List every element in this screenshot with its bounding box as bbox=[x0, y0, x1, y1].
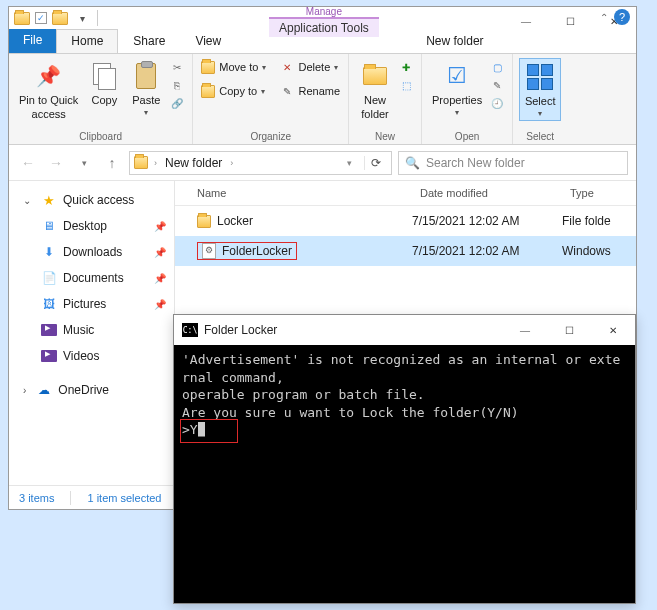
rename-button[interactable]: ✎ Rename bbox=[278, 82, 342, 100]
share-tab[interactable]: Share bbox=[118, 29, 180, 53]
file-type: Windows bbox=[562, 244, 636, 258]
sidebar-onedrive[interactable]: ☁ OneDrive bbox=[9, 377, 174, 403]
column-headers: Name Date modified Type bbox=[175, 181, 636, 206]
cut-icon[interactable]: ✂ bbox=[170, 60, 184, 74]
context-group-label: Manage bbox=[298, 7, 350, 17]
easy-access-icon[interactable]: ⬚ bbox=[399, 78, 413, 92]
pin-icon: 📌 bbox=[154, 247, 166, 258]
pin-label-2: access bbox=[32, 108, 66, 120]
paste-label: Paste bbox=[132, 94, 160, 106]
sidebar-item-label: Documents bbox=[63, 271, 124, 285]
address-dropdown-icon[interactable]: ▾ bbox=[338, 152, 360, 174]
delete-button[interactable]: ✕ Delete ▾ bbox=[278, 58, 342, 76]
maximize-button[interactable]: ☐ bbox=[547, 315, 591, 345]
application-tools-tab[interactable]: Application Tools bbox=[269, 17, 379, 37]
sidebar-item-videos[interactable]: Videos bbox=[9, 343, 174, 369]
paste-shortcut-icon[interactable]: 🔗 bbox=[170, 96, 184, 110]
copy-button[interactable]: Copy bbox=[84, 58, 124, 108]
terminal-line: operable program or batch file. bbox=[182, 387, 425, 402]
select-button[interactable]: Select ▾ bbox=[519, 58, 561, 121]
ribbon-group-open: ☑ Properties ▾ ▢ ✎ 🕘 Open bbox=[422, 54, 513, 144]
terminal-title: Folder Locker bbox=[204, 323, 277, 337]
search-box[interactable]: 🔍 Search New folder bbox=[398, 151, 628, 175]
search-placeholder: Search New folder bbox=[426, 156, 525, 170]
column-header-name[interactable]: Name bbox=[175, 181, 412, 205]
pin-to-quick-access-button[interactable]: 📌 Pin to Quick access bbox=[15, 58, 82, 122]
sidebar-item-music[interactable]: Music bbox=[9, 317, 174, 343]
breadcrumb-item[interactable]: New folder bbox=[163, 154, 224, 172]
column-header-date[interactable]: Date modified bbox=[412, 181, 562, 205]
maximize-button[interactable]: ☐ bbox=[548, 7, 592, 35]
move-to-button[interactable]: Move to ▾ bbox=[199, 58, 268, 76]
file-row-folderlocker[interactable]: FolderLocker 7/15/2021 12:02 AM Windows bbox=[175, 236, 636, 266]
history-icon[interactable]: 🕘 bbox=[490, 96, 504, 110]
sidebar-quick-access[interactable]: ★ Quick access bbox=[9, 187, 174, 213]
separator bbox=[97, 10, 98, 26]
navigation-pane[interactable]: ★ Quick access 🖥 Desktop 📌 ⬇ Downloads 📌… bbox=[9, 181, 175, 501]
sidebar-item-documents[interactable]: 📄 Documents 📌 bbox=[9, 265, 174, 291]
crumb-chevron-icon[interactable]: › bbox=[228, 158, 235, 168]
close-button[interactable]: ✕ bbox=[591, 315, 635, 345]
pin-icon: 📌 bbox=[154, 273, 166, 284]
paste-caret-icon: ▾ bbox=[144, 108, 148, 117]
address-bar[interactable]: › New folder › ▾ ⟳ bbox=[129, 151, 392, 175]
clipboard-group-label: Clipboard bbox=[15, 131, 186, 142]
folder-icon bbox=[13, 9, 31, 27]
terminal-cursor: _ bbox=[198, 422, 206, 437]
paste-button[interactable]: Paste ▾ bbox=[126, 58, 166, 119]
sidebar-item-pictures[interactable]: 🖼 Pictures 📌 bbox=[9, 291, 174, 317]
minimize-button[interactable]: — bbox=[503, 315, 547, 345]
home-tab[interactable]: Home bbox=[56, 29, 118, 53]
open-icon[interactable]: ▢ bbox=[490, 60, 504, 74]
properties-button[interactable]: ☑ Properties ▾ bbox=[428, 58, 486, 119]
file-type: File folde bbox=[562, 214, 636, 228]
pictures-icon: 🖼 bbox=[41, 296, 57, 312]
new-folder-button[interactable]: New folder bbox=[355, 58, 395, 122]
up-button[interactable]: ↑ bbox=[101, 152, 123, 174]
sidebar-item-desktop[interactable]: 🖥 Desktop 📌 bbox=[9, 213, 174, 239]
organize-group-label: Organize bbox=[199, 131, 342, 142]
copy-to-button[interactable]: Copy to ▾ bbox=[199, 82, 268, 100]
copy-icon bbox=[88, 60, 120, 92]
qat-overflow-icon[interactable]: ▾ bbox=[73, 9, 91, 27]
sidebar-item-label: Desktop bbox=[63, 219, 107, 233]
new-item-icon[interactable]: ✚ bbox=[399, 60, 413, 74]
contextual-tab-group: Manage Application Tools bbox=[269, 7, 379, 37]
copy-to-label: Copy to bbox=[219, 85, 257, 97]
collapse-ribbon-icon[interactable]: ⌃ bbox=[600, 12, 608, 23]
copy-to-icon bbox=[201, 84, 215, 98]
delete-icon: ✕ bbox=[280, 60, 294, 74]
view-tab[interactable]: View bbox=[180, 29, 236, 53]
minimize-button[interactable]: — bbox=[504, 7, 548, 35]
copy-path-icon[interactable]: ⎘ bbox=[170, 78, 184, 92]
ribbon-group-clipboard: 📌 Pin to Quick access Copy Paste ▾ ✂ ⎘ 🔗 bbox=[9, 54, 193, 144]
terminal-line: Are you sure u want to Lock the folder(Y… bbox=[182, 405, 519, 420]
copy-label: Copy bbox=[91, 94, 117, 106]
qat-folder-icon[interactable] bbox=[51, 9, 69, 27]
qat-checkbox-icon[interactable]: ✓ bbox=[35, 12, 47, 24]
crumb-chevron-icon[interactable]: › bbox=[152, 158, 159, 168]
select-label: Select bbox=[525, 95, 556, 107]
file-date: 7/15/2021 12:02 AM bbox=[412, 244, 562, 258]
edit-icon[interactable]: ✎ bbox=[490, 78, 504, 92]
terminal-body[interactable]: 'Advertisement' is not recognized as an … bbox=[174, 345, 635, 603]
file-row-locker[interactable]: Locker 7/15/2021 12:02 AM File folde bbox=[175, 206, 636, 236]
file-name: Locker bbox=[217, 214, 253, 228]
refresh-button[interactable]: ⟳ bbox=[364, 156, 387, 170]
help-icon[interactable]: ? bbox=[614, 9, 630, 25]
recent-locations-button[interactable]: ▾ bbox=[73, 152, 95, 174]
sidebar-item-downloads[interactable]: ⬇ Downloads 📌 bbox=[9, 239, 174, 265]
file-name: FolderLocker bbox=[222, 244, 292, 258]
sidebar-item-label: Pictures bbox=[63, 297, 106, 311]
file-tab[interactable]: File bbox=[9, 29, 56, 53]
forward-button[interactable]: → bbox=[45, 152, 67, 174]
sidebar-quick-access-label: Quick access bbox=[63, 193, 134, 207]
ribbon-group-select: Select ▾ Select bbox=[513, 54, 567, 144]
rename-label: Rename bbox=[298, 85, 340, 97]
column-header-type[interactable]: Type bbox=[562, 181, 636, 205]
desktop-icon: 🖥 bbox=[41, 218, 57, 234]
terminal-titlebar[interactable]: C:\ Folder Locker — ☐ ✕ bbox=[174, 315, 635, 345]
back-button[interactable]: ← bbox=[17, 152, 39, 174]
status-item-count: 3 items bbox=[19, 492, 54, 504]
caret-icon: ▾ bbox=[262, 63, 266, 72]
